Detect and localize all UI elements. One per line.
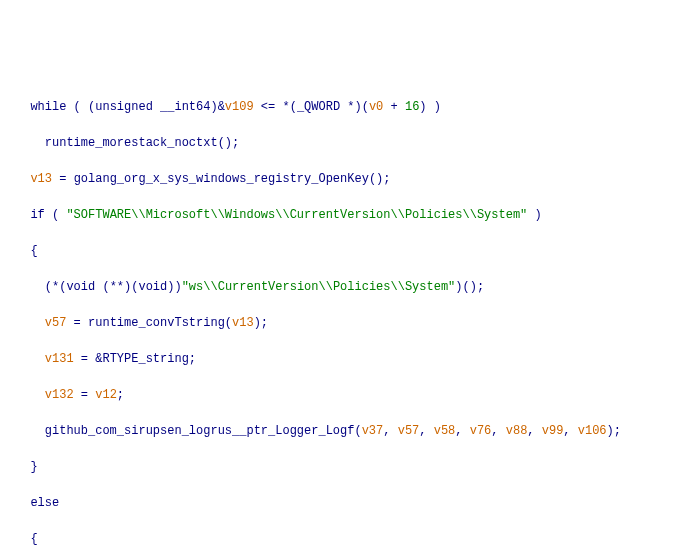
code-line: runtime_morestack_noctxt(); <box>16 134 669 152</box>
code-line: { <box>16 242 669 260</box>
code-line: { <box>16 530 669 548</box>
code-line: v13 = golang_org_x_sys_windows_registry_… <box>16 170 669 188</box>
code-line: else <box>16 494 669 512</box>
code-line: v132 = v12; <box>16 386 669 404</box>
code-line: v131 = &RTYPE_string; <box>16 350 669 368</box>
code-block: while ( (unsigned __int64)&v109 <= *(_QW… <box>16 80 669 553</box>
code-line: while ( (unsigned __int64)&v109 <= *(_QW… <box>16 98 669 116</box>
keyword: while <box>30 100 66 114</box>
code-line: v57 = runtime_convTstring(v13); <box>16 314 669 332</box>
code-line: } <box>16 458 669 476</box>
code-line: if ( "SOFTWARE\\Microsoft\\Windows\\Curr… <box>16 206 669 224</box>
code-line: (*(void (**)(void))"ws\\CurrentVersion\\… <box>16 278 669 296</box>
code-line: github_com_sirupsen_logrus__ptr_Logger_L… <box>16 422 669 440</box>
